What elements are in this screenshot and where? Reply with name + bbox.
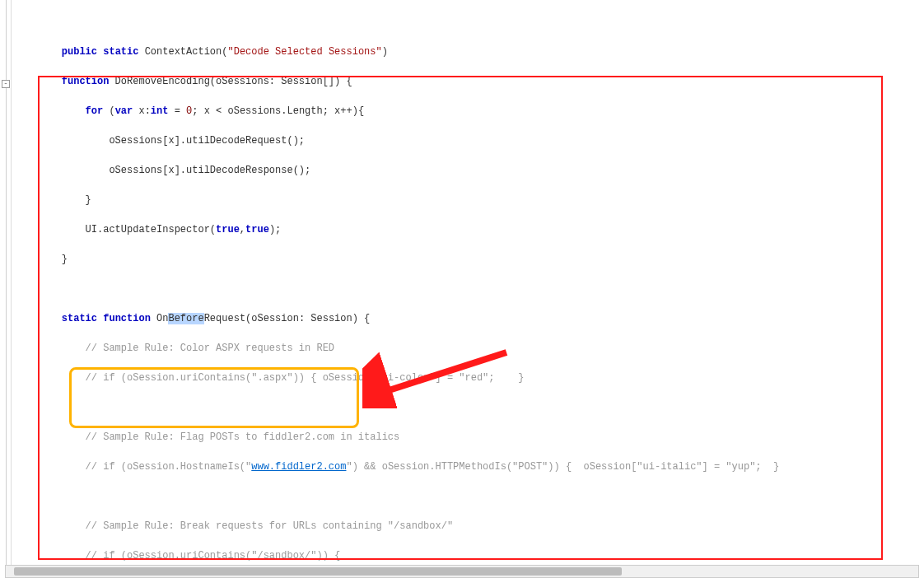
link-fiddler2[interactable]: www.fiddler2.com [251,461,346,473]
horizontal-scrollbar[interactable] [5,565,919,578]
scrollbar-thumb[interactable] [14,567,622,576]
fold-toggle[interactable]: - [2,80,10,88]
gutter: - [0,0,12,578]
selection: Before [168,313,203,324]
code-content[interactable]: public static ContextAction("Decode Sele… [15,30,924,578]
code-editor[interactable]: - public static ContextAction("Decode Se… [0,0,924,578]
